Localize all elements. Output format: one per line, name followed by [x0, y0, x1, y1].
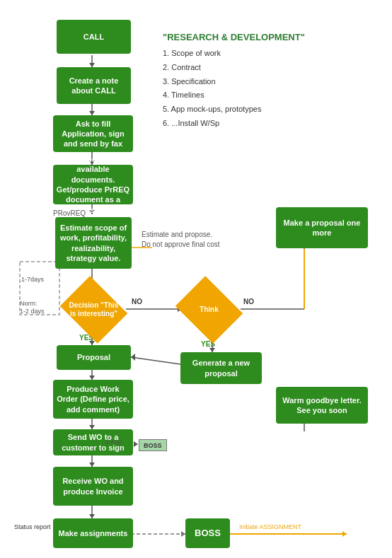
think-diamond: Think	[175, 276, 243, 343]
svg-line-31	[131, 357, 180, 364]
warm-goodbye-box: Warm goodbye letter. See you soon	[276, 387, 368, 424]
provreq-label: PRovREQ	[53, 209, 86, 217]
generate-proposal-box: Generate a new proposal	[180, 352, 262, 384]
research-panel: "RESEARCH & DEVELOPMENT" 1. Scope of wor…	[163, 32, 375, 131]
svg-text:Status report: Status report	[14, 523, 51, 530]
flowchart-diagram: "RESEARCH & DEVELOPMENT" 1. Scope of wor…	[0, 0, 392, 558]
decision-diamond: Decision "This is interesting"	[60, 276, 127, 343]
svg-text:NO: NO	[243, 298, 254, 306]
make-proposal-more-box: Make a proposal one more	[276, 207, 368, 248]
proposal-box: Proposal	[57, 345, 131, 370]
research-list-item: 1. Scope of work	[163, 47, 375, 61]
receive-wo-box: Receive WO and produce Invoice	[53, 467, 133, 506]
estimate-note: Estimate and propose. Do not approve fin…	[142, 230, 234, 250]
work-order-box: Produce Work Order (Define price, add co…	[53, 380, 133, 419]
research-list-item: 2. Contract	[163, 61, 375, 75]
boss-small-label: BOSS	[139, 439, 167, 451]
svg-marker-32	[131, 354, 135, 361]
research-list-item: 4. Timelines	[163, 88, 375, 103]
research-list-item: 5. App mock-ups, prototypes	[163, 103, 375, 117]
research-list-item: 6. ...Install W/Sp	[163, 117, 375, 131]
svg-marker-24	[342, 531, 347, 537]
ask-fill-box: Ask to fill Application, sign and send b…	[53, 115, 133, 152]
boss-box: BOSS	[185, 518, 230, 548]
svg-marker-40	[134, 441, 138, 447]
request-docs-box: Request all available documents. Get/pro…	[53, 165, 133, 204]
norm-label: Norm: 1-2 days	[20, 291, 45, 316]
estimate-box: Estimate scope of work, profitability, r…	[55, 217, 132, 269]
call-box: CALL	[57, 20, 131, 54]
research-list: 1. Scope of work2. Contract3. Specificat…	[163, 47, 375, 131]
research-title: "RESEARCH & DEVELOPMENT"	[163, 32, 375, 42]
create-note-box: Create a note about CALL	[57, 67, 131, 104]
svg-text:NO: NO	[132, 298, 142, 306]
email-label: e-mail	[105, 438, 122, 446]
research-list-item: 3. Specification	[163, 75, 375, 89]
time-label: 1-7days	[21, 276, 44, 283]
make-assignments-box: Make assignments	[53, 518, 133, 548]
svg-text:Initiate ASSIGNMENT: Initiate ASSIGNMENT	[239, 523, 302, 530]
